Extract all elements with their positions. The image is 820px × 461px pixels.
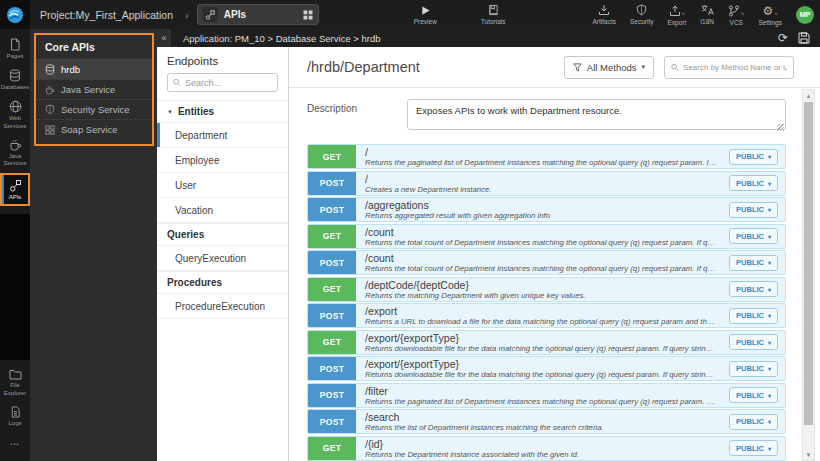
section-procedures[interactable]: Procedures — [157, 271, 288, 294]
user-avatar[interactable]: MP — [796, 6, 814, 24]
endpoint-path: /aggregations — [365, 200, 717, 211]
description-label: Description — [307, 99, 383, 134]
visibility-dropdown[interactable]: PUBLIC▾ — [729, 149, 778, 165]
endpoint-row[interactable]: GET /count Returns the total count of De… — [307, 224, 786, 249]
visibility-dropdown[interactable]: PUBLIC▾ — [729, 228, 778, 244]
caret-down-icon: ▾ — [768, 339, 771, 346]
endpoints-search[interactable] — [167, 73, 278, 92]
endpoint-row[interactable]: POST /export Returns a URL to download a… — [307, 303, 786, 328]
section-queries[interactable]: Queries — [157, 223, 288, 246]
logo-icon — [6, 6, 24, 24]
endpoint-item-employee[interactable]: Employee — [157, 148, 288, 173]
caret-down-icon: ▾ — [768, 233, 771, 240]
methods-filter-dropdown[interactable]: All Methods ▾ — [564, 56, 654, 79]
visibility-dropdown[interactable]: PUBLIC▾ — [729, 202, 778, 218]
endpoint-row[interactable]: POST / Creates a new Department instance… — [307, 171, 786, 196]
collapse-panel-button[interactable]: « — [157, 29, 171, 47]
method-search[interactable] — [664, 56, 794, 79]
i18n-button[interactable]: I18N — [700, 4, 714, 25]
export-button[interactable]: ˅ Export — [667, 4, 686, 26]
visibility-dropdown[interactable]: PUBLIC▾ — [729, 308, 778, 324]
sidebar-item-file-explorer[interactable]: File Explorer — [0, 364, 30, 400]
sidebar-item-logs[interactable]: Logs — [0, 401, 30, 431]
core-api-item-security-service[interactable]: Security Service — [36, 99, 152, 119]
visibility-dropdown[interactable]: PUBLIC▾ — [729, 175, 778, 191]
visibility-dropdown[interactable]: PUBLIC▾ — [729, 334, 778, 350]
method-badge: POST — [308, 172, 356, 195]
sidebar-item-pages[interactable]: Pages — [0, 33, 30, 64]
coffee-icon — [9, 139, 22, 151]
endpoint-row[interactable]: GET / Returns the paginated list of Depa… — [307, 144, 786, 169]
wavemaker-logo[interactable] — [0, 0, 30, 29]
sidebar-item-java-services[interactable]: Java Services — [0, 134, 30, 171]
caret-down-icon: ▾ — [768, 180, 771, 187]
core-api-item-java-service[interactable]: Java Service — [36, 79, 152, 99]
security-button[interactable]: Security — [630, 4, 653, 25]
visibility-dropdown[interactable]: PUBLIC▾ — [729, 255, 778, 271]
database-icon — [9, 69, 21, 82]
method-badge: POST — [308, 304, 356, 327]
endpoint-row[interactable]: POST /aggregations Returns aggregated re… — [307, 197, 786, 222]
endpoint-row[interactable]: POST /search Returns the list of Departm… — [307, 409, 786, 434]
project-title: Project:My_First_Application — [40, 9, 173, 21]
refresh-icon[interactable]: ⟳ — [778, 32, 788, 44]
sidebar-item-label: Logs — [8, 420, 21, 427]
core-api-item-hrdb[interactable]: hrdb — [36, 59, 152, 79]
core-apis-panel: Core APIs hrdb Java Service Security Ser… — [30, 29, 157, 461]
vertical-scrollbar[interactable]: ▲ ▼ — [802, 89, 815, 461]
methods-filter-label: All Methods — [587, 62, 637, 73]
caret-down-icon: ▾ — [768, 418, 771, 425]
sidebar-item-web-services[interactable]: Web Services — [0, 95, 30, 133]
visibility-dropdown[interactable]: PUBLIC▾ — [729, 361, 778, 377]
artifacts-button[interactable]: Artifacts — [592, 4, 615, 25]
method-search-input[interactable] — [683, 63, 787, 72]
export-label: Export — [667, 19, 686, 26]
endpoint-row[interactable]: GET /deptCode/{deptCode} Returns the mat… — [307, 277, 786, 302]
description-textarea[interactable]: Exposes APIs to work with Department res… — [407, 99, 786, 130]
section-label: Queries — [167, 229, 204, 240]
scroll-up-arrow[interactable]: ▲ — [803, 90, 814, 101]
endpoint-row[interactable]: POST /export/{exportType} Returns downlo… — [307, 356, 786, 381]
coffee-icon — [45, 85, 55, 95]
method-badge: POST — [308, 251, 356, 274]
resource-title: /hrdb/Department — [307, 59, 554, 75]
endpoint-row[interactable]: POST /count Returns the total count of D… — [307, 250, 786, 275]
endpoint-path: /export/{exportType} — [365, 333, 717, 344]
workspace-selector[interactable]: APIs — [197, 4, 319, 25]
visibility-dropdown[interactable]: PUBLIC▾ — [729, 387, 778, 403]
core-api-item-soap-service[interactable]: Soap Service — [36, 119, 152, 139]
endpoint-item-queryexecution[interactable]: QueryExecution — [157, 246, 288, 271]
endpoint-item-procedureexecution[interactable]: ProcedureExecution — [157, 294, 288, 319]
tutorials-button[interactable]: Tutorials — [481, 4, 506, 25]
preview-button[interactable]: Preview — [414, 5, 437, 25]
vcs-button[interactable]: ˅ VCS — [728, 4, 745, 26]
endpoint-item-department[interactable]: Department — [157, 123, 288, 148]
visibility-dropdown[interactable]: PUBLIC▾ — [729, 281, 778, 297]
save-icon[interactable] — [798, 32, 810, 44]
visibility-dropdown[interactable]: PUBLIC▾ — [729, 440, 778, 456]
endpoint-description: Returns downloadable file for the data m… — [365, 370, 717, 380]
method-badge: POST — [308, 198, 356, 221]
endpoint-row[interactable]: POST /filter Returns the paginated list … — [307, 383, 786, 408]
artifacts-label: Artifacts — [592, 18, 615, 25]
endpoint-item-vacation[interactable]: Vacation — [157, 198, 288, 223]
endpoint-row[interactable]: GET /{id} Returns the Department instanc… — [307, 436, 786, 461]
endpoints-search-input[interactable] — [185, 78, 272, 88]
sidebar-overflow-button[interactable]: ••• — [0, 431, 30, 455]
folder-icon — [9, 369, 22, 380]
section-entities[interactable]: ▼ Entities — [157, 100, 288, 123]
endpoint-item-user[interactable]: User — [157, 173, 288, 198]
caret-down-icon: ▾ — [768, 286, 771, 293]
resize-grip-icon[interactable] — [777, 124, 784, 131]
endpoint-path: /deptCode/{deptCode} — [365, 280, 717, 291]
settings-button[interactable]: ⚙ ˅ Settings — [759, 4, 783, 26]
tutorials-label: Tutorials — [481, 18, 506, 25]
endpoint-path: /export — [365, 306, 717, 317]
sidebar-item-databases[interactable]: Databases — [0, 64, 30, 95]
visibility-dropdown[interactable]: PUBLIC▾ — [729, 414, 778, 430]
endpoint-row[interactable]: GET /export/{exportType} Returns downloa… — [307, 330, 786, 355]
scrollbar-thumb[interactable] — [804, 102, 813, 425]
sidebar-item-apis[interactable]: APIs — [0, 173, 30, 206]
scroll-down-arrow[interactable]: ▼ — [803, 449, 814, 460]
method-badge: GET — [308, 331, 356, 354]
